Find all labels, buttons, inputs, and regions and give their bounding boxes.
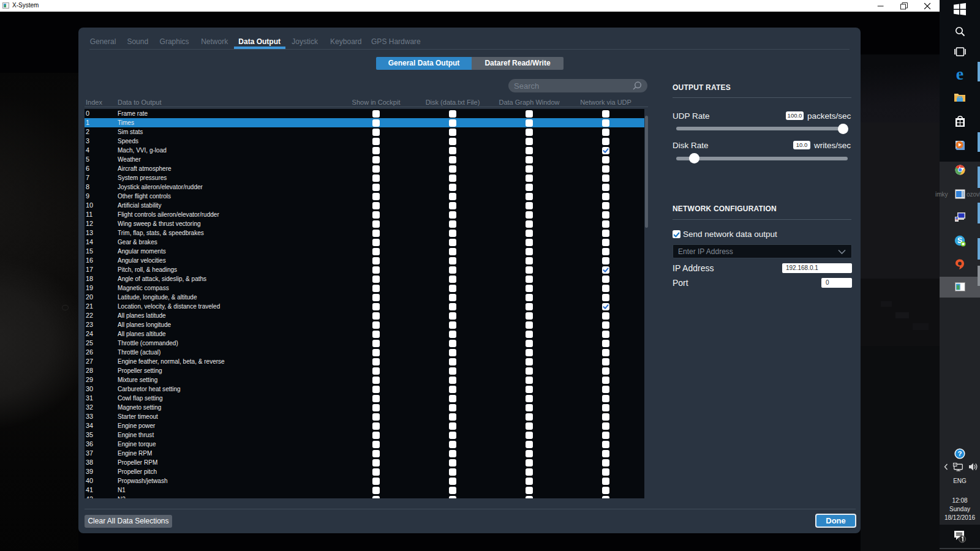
svg-text:?: ? (957, 450, 962, 457)
